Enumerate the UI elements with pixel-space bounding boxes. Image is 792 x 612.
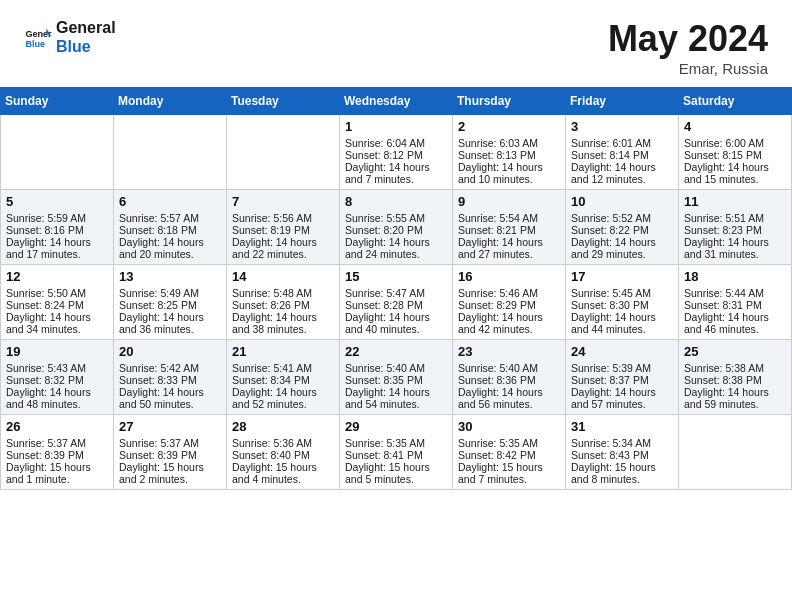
title-location: Emar, Russia — [608, 60, 768, 77]
logo: General Blue General Blue — [24, 18, 116, 56]
sunrise-text: Sunrise: 5:40 AM — [345, 362, 447, 374]
calendar-week-row: 26Sunrise: 5:37 AMSunset: 8:39 PMDayligh… — [1, 415, 792, 490]
day-number: 6 — [119, 194, 221, 209]
sunset-text: Sunset: 8:32 PM — [6, 374, 108, 386]
day-number: 8 — [345, 194, 447, 209]
sunrise-text: Sunrise: 5:35 AM — [458, 437, 560, 449]
calendar-cell: 7Sunrise: 5:56 AMSunset: 8:19 PMDaylight… — [227, 190, 340, 265]
calendar-cell: 13Sunrise: 5:49 AMSunset: 8:25 PMDayligh… — [114, 265, 227, 340]
sunset-text: Sunset: 8:20 PM — [345, 224, 447, 236]
sunset-text: Sunset: 8:41 PM — [345, 449, 447, 461]
calendar-cell: 15Sunrise: 5:47 AMSunset: 8:28 PMDayligh… — [340, 265, 453, 340]
sunset-text: Sunset: 8:36 PM — [458, 374, 560, 386]
day-number: 13 — [119, 269, 221, 284]
sunset-text: Sunset: 8:31 PM — [684, 299, 786, 311]
calendar-cell: 27Sunrise: 5:37 AMSunset: 8:39 PMDayligh… — [114, 415, 227, 490]
sunrise-text: Sunrise: 5:44 AM — [684, 287, 786, 299]
sunset-text: Sunset: 8:21 PM — [458, 224, 560, 236]
calendar-cell: 10Sunrise: 5:52 AMSunset: 8:22 PMDayligh… — [566, 190, 679, 265]
daylight-text: Daylight: 14 hours and 38 minutes. — [232, 311, 334, 335]
daylight-text: Daylight: 15 hours and 2 minutes. — [119, 461, 221, 485]
calendar-cell: 30Sunrise: 5:35 AMSunset: 8:42 PMDayligh… — [453, 415, 566, 490]
day-header-tuesday: Tuesday — [227, 88, 340, 115]
daylight-text: Daylight: 14 hours and 42 minutes. — [458, 311, 560, 335]
daylight-text: Daylight: 14 hours and 36 minutes. — [119, 311, 221, 335]
calendar-cell: 9Sunrise: 5:54 AMSunset: 8:21 PMDaylight… — [453, 190, 566, 265]
day-number: 29 — [345, 419, 447, 434]
sunset-text: Sunset: 8:43 PM — [571, 449, 673, 461]
calendar-cell: 18Sunrise: 5:44 AMSunset: 8:31 PMDayligh… — [679, 265, 792, 340]
daylight-text: Daylight: 15 hours and 7 minutes. — [458, 461, 560, 485]
sunset-text: Sunset: 8:39 PM — [119, 449, 221, 461]
day-number: 31 — [571, 419, 673, 434]
day-number: 3 — [571, 119, 673, 134]
sunrise-text: Sunrise: 5:37 AM — [119, 437, 221, 449]
daylight-text: Daylight: 14 hours and 56 minutes. — [458, 386, 560, 410]
sunset-text: Sunset: 8:15 PM — [684, 149, 786, 161]
sunset-text: Sunset: 8:16 PM — [6, 224, 108, 236]
sunrise-text: Sunrise: 6:03 AM — [458, 137, 560, 149]
sunset-text: Sunset: 8:35 PM — [345, 374, 447, 386]
daylight-text: Daylight: 14 hours and 44 minutes. — [571, 311, 673, 335]
calendar-week-row: 1Sunrise: 6:04 AMSunset: 8:12 PMDaylight… — [1, 115, 792, 190]
daylight-text: Daylight: 14 hours and 40 minutes. — [345, 311, 447, 335]
calendar-cell: 14Sunrise: 5:48 AMSunset: 8:26 PMDayligh… — [227, 265, 340, 340]
calendar-week-row: 19Sunrise: 5:43 AMSunset: 8:32 PMDayligh… — [1, 340, 792, 415]
calendar-cell: 24Sunrise: 5:39 AMSunset: 8:37 PMDayligh… — [566, 340, 679, 415]
calendar-cell: 31Sunrise: 5:34 AMSunset: 8:43 PMDayligh… — [566, 415, 679, 490]
calendar-cell — [1, 115, 114, 190]
daylight-text: Daylight: 14 hours and 15 minutes. — [684, 161, 786, 185]
sunrise-text: Sunrise: 5:55 AM — [345, 212, 447, 224]
daylight-text: Daylight: 14 hours and 48 minutes. — [6, 386, 108, 410]
calendar: SundayMondayTuesdayWednesdayThursdayFrid… — [0, 87, 792, 490]
sunrise-text: Sunrise: 5:57 AM — [119, 212, 221, 224]
title-month: May 2024 — [608, 18, 768, 60]
sunrise-text: Sunrise: 5:43 AM — [6, 362, 108, 374]
day-number: 25 — [684, 344, 786, 359]
daylight-text: Daylight: 14 hours and 59 minutes. — [684, 386, 786, 410]
daylight-text: Daylight: 15 hours and 1 minute. — [6, 461, 108, 485]
calendar-cell — [227, 115, 340, 190]
calendar-week-row: 5Sunrise: 5:59 AMSunset: 8:16 PMDaylight… — [1, 190, 792, 265]
sunset-text: Sunset: 8:12 PM — [345, 149, 447, 161]
daylight-text: Daylight: 14 hours and 20 minutes. — [119, 236, 221, 260]
day-number: 2 — [458, 119, 560, 134]
logo-icon: General Blue — [24, 23, 52, 51]
sunset-text: Sunset: 8:34 PM — [232, 374, 334, 386]
sunrise-text: Sunrise: 5:42 AM — [119, 362, 221, 374]
daylight-text: Daylight: 15 hours and 5 minutes. — [345, 461, 447, 485]
sunrise-text: Sunrise: 5:34 AM — [571, 437, 673, 449]
header: General Blue General Blue May 2024 Emar,… — [0, 0, 792, 87]
day-number: 15 — [345, 269, 447, 284]
calendar-week-row: 12Sunrise: 5:50 AMSunset: 8:24 PMDayligh… — [1, 265, 792, 340]
day-number: 23 — [458, 344, 560, 359]
calendar-cell: 28Sunrise: 5:36 AMSunset: 8:40 PMDayligh… — [227, 415, 340, 490]
day-number: 21 — [232, 344, 334, 359]
calendar-cell: 17Sunrise: 5:45 AMSunset: 8:30 PMDayligh… — [566, 265, 679, 340]
sunrise-text: Sunrise: 5:56 AM — [232, 212, 334, 224]
sunrise-text: Sunrise: 5:38 AM — [684, 362, 786, 374]
day-number: 9 — [458, 194, 560, 209]
day-number: 28 — [232, 419, 334, 434]
day-number: 19 — [6, 344, 108, 359]
sunrise-text: Sunrise: 5:52 AM — [571, 212, 673, 224]
daylight-text: Daylight: 14 hours and 57 minutes. — [571, 386, 673, 410]
sunrise-text: Sunrise: 5:40 AM — [458, 362, 560, 374]
sunrise-text: Sunrise: 5:39 AM — [571, 362, 673, 374]
day-number: 17 — [571, 269, 673, 284]
day-number: 16 — [458, 269, 560, 284]
day-number: 1 — [345, 119, 447, 134]
daylight-text: Daylight: 14 hours and 31 minutes. — [684, 236, 786, 260]
calendar-cell: 21Sunrise: 5:41 AMSunset: 8:34 PMDayligh… — [227, 340, 340, 415]
logo-blue: Blue — [56, 37, 116, 56]
day-number: 5 — [6, 194, 108, 209]
sunrise-text: Sunrise: 5:51 AM — [684, 212, 786, 224]
calendar-cell: 8Sunrise: 5:55 AMSunset: 8:20 PMDaylight… — [340, 190, 453, 265]
calendar-cell: 2Sunrise: 6:03 AMSunset: 8:13 PMDaylight… — [453, 115, 566, 190]
calendar-cell: 3Sunrise: 6:01 AMSunset: 8:14 PMDaylight… — [566, 115, 679, 190]
sunset-text: Sunset: 8:42 PM — [458, 449, 560, 461]
sunset-text: Sunset: 8:33 PM — [119, 374, 221, 386]
calendar-cell: 5Sunrise: 5:59 AMSunset: 8:16 PMDaylight… — [1, 190, 114, 265]
day-number: 14 — [232, 269, 334, 284]
logo-general: General — [56, 18, 116, 37]
